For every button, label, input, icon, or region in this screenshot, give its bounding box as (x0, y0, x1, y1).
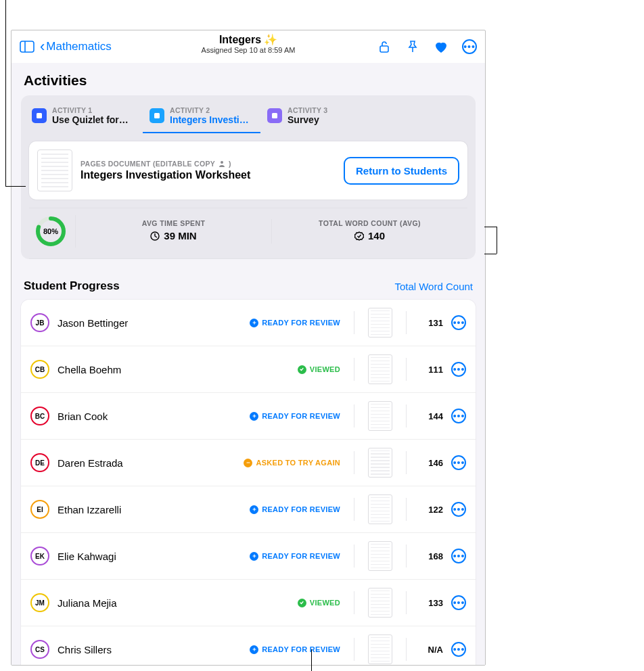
avg-time-value: 39 MIN (164, 230, 196, 241)
row-more-button[interactable]: ••• (451, 315, 466, 330)
activity-label: Integers Investi… (170, 114, 249, 125)
student-name: Chris Sillers (58, 644, 242, 655)
status-dot-icon (250, 319, 258, 327)
word-count: 168 (420, 551, 443, 561)
badge-check-icon (354, 231, 364, 241)
page-title: Integers (219, 34, 261, 46)
activity-eyebrow: ACTIVITY 1 (52, 106, 129, 114)
progress-percent: 80% (34, 215, 67, 248)
document-header: PAGES DOCUMENT (EDITABLE COPY ) Integers… (29, 141, 467, 200)
submission-thumbnail-icon[interactable] (368, 308, 392, 338)
submission-thumbnail-icon[interactable] (368, 354, 392, 384)
back-button[interactable]: ‹ Mathematics (40, 39, 112, 54)
student-row[interactable]: EI Ethan Izzarelli READY FOR REVIEW 122 … (21, 486, 476, 533)
more-menu-icon[interactable]: ••• (462, 39, 477, 54)
activity-eyebrow: ACTIVITY 2 (170, 106, 249, 114)
submission-thumbnail-icon[interactable] (368, 401, 392, 431)
status-dot-icon (250, 645, 258, 654)
activity-label: Use Quizlet for… (52, 114, 129, 125)
row-more-button[interactable]: ••• (451, 362, 466, 377)
student-row[interactable]: JB Jason Bettinger READY FOR REVIEW 131 … (21, 300, 476, 346)
student-row[interactable]: EK Elie Kahwagi READY FOR REVIEW 168 ••• (21, 533, 476, 580)
sidebar-toggle-icon[interactable] (20, 41, 34, 53)
word-count: 131 (420, 318, 443, 328)
status-dot-icon (250, 505, 258, 514)
activity-tab-3[interactable]: ACTIVITY 3 Survey (260, 102, 378, 133)
back-label: Mathematics (46, 40, 111, 53)
chevron-left-icon: ‹ (40, 39, 45, 54)
summary-stats: 80% AVG TIME SPENT 39 MIN TOTAL WORD COU… (29, 208, 467, 259)
status-label: READY FOR REVIEW (262, 645, 340, 653)
student-name: Chella Boehm (58, 364, 290, 375)
status-label: READY FOR REVIEW (262, 552, 340, 560)
shared-icon (218, 160, 226, 168)
submission-status: ASKED TO TRY AGAIN (244, 459, 340, 467)
activity-tab-2[interactable]: ACTIVITY 2 Integers Investi… (143, 102, 260, 133)
status-label: VIEWED (310, 599, 340, 607)
row-more-button[interactable]: ••• (451, 549, 466, 563)
row-more-button[interactable]: ••• (451, 595, 466, 610)
pin-icon[interactable] (405, 39, 420, 54)
svg-rect-0 (20, 41, 34, 52)
document-thumbnail-icon[interactable] (37, 149, 72, 191)
word-count: N/A (420, 645, 443, 655)
submission-status: READY FOR REVIEW (250, 505, 340, 514)
status-label: ASKED TO TRY AGAIN (256, 459, 340, 467)
student-row[interactable]: DE Daren Estrada ASKED TO TRY AGAIN 146 … (21, 440, 476, 486)
activity-tab-1[interactable]: ACTIVITY 1 Use Quizlet for… (25, 102, 143, 133)
submission-thumbnail-icon[interactable] (368, 448, 392, 478)
status-dot-icon (250, 552, 258, 561)
student-name: Brian Cook (58, 411, 242, 422)
student-row[interactable]: CB Chella Boehm VIEWED 111 ••• (21, 346, 476, 393)
word-count: 133 (420, 598, 443, 608)
student-avatar: EI (30, 500, 49, 519)
student-row[interactable]: BC Brian Cook READY FOR REVIEW 144 ••• (21, 393, 476, 440)
document-title: Integers Investigation Worksheet (80, 169, 250, 181)
activities-heading: Activities (12, 63, 485, 95)
submission-status: VIEWED (298, 365, 340, 374)
word-count: 144 (420, 411, 443, 421)
activity-label: Survey (288, 114, 327, 125)
submission-thumbnail-icon[interactable] (368, 494, 392, 524)
activity-eyebrow: ACTIVITY 3 (288, 106, 327, 114)
status-label: READY FOR REVIEW (262, 412, 340, 420)
top-nav-bar: ‹ Mathematics Integers ✨ Assigned Sep 10… (12, 30, 485, 63)
lock-open-icon[interactable] (377, 39, 392, 54)
word-count-label: TOTAL WORD COUNT (AVG) (277, 219, 462, 227)
row-more-button[interactable]: ••• (451, 455, 466, 470)
sort-link[interactable]: Total Word Count (394, 281, 473, 292)
row-more-button[interactable]: ••• (451, 409, 466, 423)
svg-rect-2 (380, 46, 388, 52)
document-type-label-suffix: ) (229, 160, 231, 168)
pages-icon (150, 108, 164, 123)
submission-thumbnail-icon[interactable] (368, 541, 392, 571)
student-avatar: EK (30, 547, 49, 565)
submission-thumbnail-icon[interactable] (368, 588, 392, 618)
student-avatar: BC (30, 407, 49, 425)
svg-rect-5 (154, 113, 160, 118)
student-name: Elie Kahwagi (58, 551, 242, 562)
heart-icon[interactable] (434, 39, 448, 54)
word-count: 146 (420, 458, 443, 468)
svg-rect-6 (272, 113, 277, 118)
word-count-value: 140 (368, 230, 385, 241)
return-to-students-button[interactable]: Return to Students (344, 157, 459, 185)
submission-status: READY FOR REVIEW (250, 319, 340, 327)
word-count: 111 (420, 365, 443, 375)
document-type-label: PAGES DOCUMENT (EDITABLE COPY (80, 160, 215, 168)
row-more-button[interactable]: ••• (451, 502, 466, 517)
student-row[interactable]: JM Juliana Mejia VIEWED 133 ••• (21, 580, 476, 626)
student-name: Jason Bettinger (58, 317, 242, 329)
status-dot-icon (250, 412, 258, 421)
svg-rect-4 (37, 113, 42, 118)
student-avatar: JB (30, 313, 49, 332)
student-row[interactable]: CS Chris Sillers READY FOR REVIEW N/A ••… (21, 626, 476, 665)
progress-ring: 80% (34, 215, 67, 248)
submission-status: READY FOR REVIEW (250, 412, 340, 421)
sparkle-icon: ✨ (264, 33, 277, 46)
student-name: Ethan Izzarelli (58, 504, 242, 515)
survey-icon (267, 108, 282, 123)
quizlet-icon (32, 108, 47, 123)
submission-thumbnail-icon[interactable] (368, 634, 392, 664)
row-more-button[interactable]: ••• (451, 642, 466, 657)
